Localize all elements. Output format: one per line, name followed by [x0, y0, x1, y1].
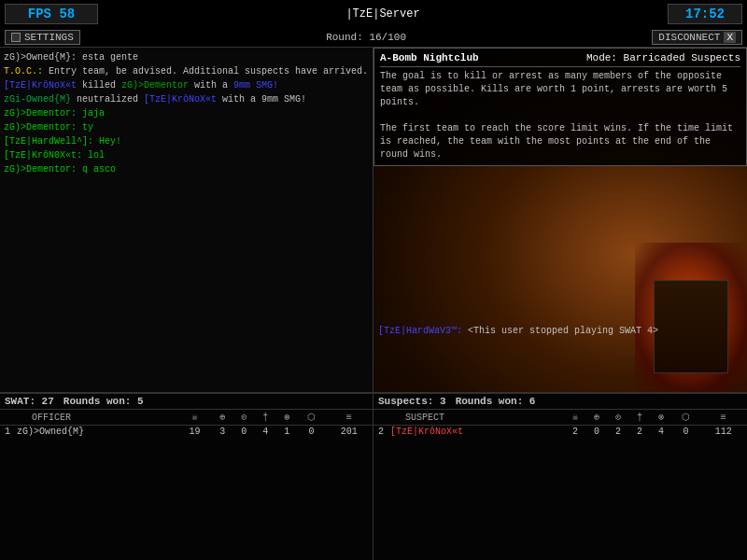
arrests-col-header: ⊕ — [212, 410, 233, 426]
player-teamarrests: 0 — [672, 426, 700, 439]
suspects-header: Suspects: 3 Rounds won: 6 — [374, 394, 747, 410]
suspects-table: SUSPECT ☠ ⊕ ⊙ † ⊗ ⬡ ≡ 2 [TzE|KrôNoX«t 2 … — [374, 410, 747, 438]
swat-header: SWAT: 27 Rounds won: 5 — [0, 394, 373, 410]
swat-label: SWAT: 27 — [5, 396, 54, 407]
chat-line: [TzE|HardWell^]: Hey! — [4, 135, 369, 148]
officer-col-header: OFFICER — [15, 410, 177, 426]
teamarrests-col-header: ⬡ — [672, 410, 700, 426]
player-rank: 2 — [374, 426, 388, 439]
round-info: Round: 16/100 — [326, 32, 406, 43]
player-teamkills: 4 — [650, 426, 671, 439]
kills-col-header: ☠ — [564, 410, 585, 426]
swat-table: OFFICER ☠ ⊕ ⊙ † ⊗ ⬡ ≡ 1 zG)>Owned{M} 19 … — [0, 410, 373, 438]
rank-col-header — [374, 410, 388, 426]
deaths-col-header: † — [255, 410, 276, 426]
player-deaths: 4 — [255, 426, 276, 439]
chat-line: zG)>Dementor: q asco — [4, 163, 369, 176]
chat-line: [TzE|KrôNoX«t killed zG)>Dementor with a… — [4, 79, 369, 92]
teamkills-col-header: ⊗ — [276, 410, 298, 426]
score-col-header: ≡ — [699, 410, 747, 426]
score-col-header: ≡ — [325, 410, 373, 426]
player-kills: 19 — [177, 426, 212, 439]
player-name: [TzE|KrôNoX«t — [388, 426, 564, 439]
player-deaths: 2 — [628, 426, 650, 439]
chat-notification: [TzE|HardWaV3™: <This user stopped playi… — [378, 326, 658, 336]
disconnect-x-icon: X — [724, 32, 736, 43]
scoreboard: SWAT: 27 Rounds won: 5 OFFICER ☠ ⊕ ⊙ † ⊗… — [0, 393, 747, 560]
player-name: zG)>Owned{M} — [15, 426, 177, 439]
player-arrests: 0 — [585, 426, 607, 439]
assists-col-header: ⊙ — [233, 410, 255, 426]
map-mode: Mode: Barricaded Suspects — [586, 52, 740, 63]
player-teamkills: 1 — [276, 426, 298, 439]
notification-name: [TzE|HardWaV3™: — [378, 326, 462, 336]
swat-player-row: 1 zG)>Owned{M} 19 3 0 4 1 0 201 — [0, 426, 373, 439]
player-assists: 2 — [607, 426, 628, 439]
chat-line: [TzE|KrôN0X«t: lol — [4, 149, 369, 162]
player-score: 201 — [325, 426, 373, 439]
swat-panel: SWAT: 27 Rounds won: 5 OFFICER ☠ ⊕ ⊙ † ⊗… — [0, 394, 374, 560]
chat-line: T.O.C.: Entry team, be advised. Addition… — [4, 65, 369, 78]
swat-rounds: Rounds won: 5 — [63, 396, 144, 407]
chat-line: zG)>Dementor: ty — [4, 121, 369, 134]
suspect-player-row: 2 [TzE|KrôNoX«t 2 0 2 2 4 0 112 — [374, 426, 747, 439]
deaths-col-header: † — [628, 410, 650, 426]
player-kills: 2 — [564, 426, 585, 439]
server-title: |TzE|Server — [345, 7, 419, 21]
info-panel: A-Bomb Nightclub Mode: Barricaded Suspec… — [374, 48, 747, 392]
map-name: A-Bomb Nightclub — [380, 52, 479, 63]
player-arrests: 3 — [212, 426, 233, 439]
map-header: A-Bomb Nightclub Mode: Barricaded Suspec… — [380, 52, 740, 67]
settings-checkbox — [11, 33, 21, 42]
chat-line: zG)>Owned{M}: esta gente — [4, 51, 369, 64]
chat-line: zGi-Owned{M} neutralized [TzE|KrôNoX«t w… — [4, 93, 369, 106]
map-description: The goal is to kill or arrest as many me… — [380, 70, 740, 161]
player-score: 112 — [699, 426, 747, 439]
chat-panel: zG)>Owned{M}: esta gente T.O.C.: Entry t… — [0, 48, 374, 392]
suspect-col-header: SUSPECT — [388, 410, 564, 426]
round-bar: SETTINGS Round: 16/100 DISCONNECT X — [0, 28, 747, 48]
assists-col-header: ⊙ — [607, 410, 628, 426]
fps-display: FPS 58 — [5, 4, 98, 24]
notification-text: <This user stopped playing SWAT 4> — [468, 326, 658, 336]
settings-button[interactable]: SETTINGS — [5, 30, 80, 45]
player-rank: 1 — [0, 426, 15, 439]
rank-col-header — [0, 410, 15, 426]
disconnect-button[interactable]: DISCONNECT X — [652, 30, 742, 45]
suspects-label: Suspects: 3 — [378, 396, 446, 407]
teamkills-col-header: ⊗ — [650, 410, 671, 426]
map-overlay: A-Bomb Nightclub Mode: Barricaded Suspec… — [374, 48, 747, 166]
time-display: 17:52 — [668, 4, 742, 24]
main-content: zG)>Owned{M}: esta gente T.O.C.: Entry t… — [0, 48, 747, 393]
top-bar: FPS 58 |TzE|Server 17:52 — [0, 0, 747, 28]
suspects-rounds: Rounds won: 6 — [456, 396, 536, 407]
arrests-col-header: ⊕ — [585, 410, 607, 426]
teamarrests-col-header: ⬡ — [298, 410, 326, 426]
chat-line: zG)>Dementor: jaja — [4, 107, 369, 120]
suspects-panel: Suspects: 3 Rounds won: 6 SUSPECT ☠ ⊕ ⊙ … — [374, 394, 747, 560]
kills-col-header: ☠ — [177, 410, 212, 426]
player-assists: 0 — [233, 426, 255, 439]
player-teamarrests: 0 — [298, 426, 326, 439]
